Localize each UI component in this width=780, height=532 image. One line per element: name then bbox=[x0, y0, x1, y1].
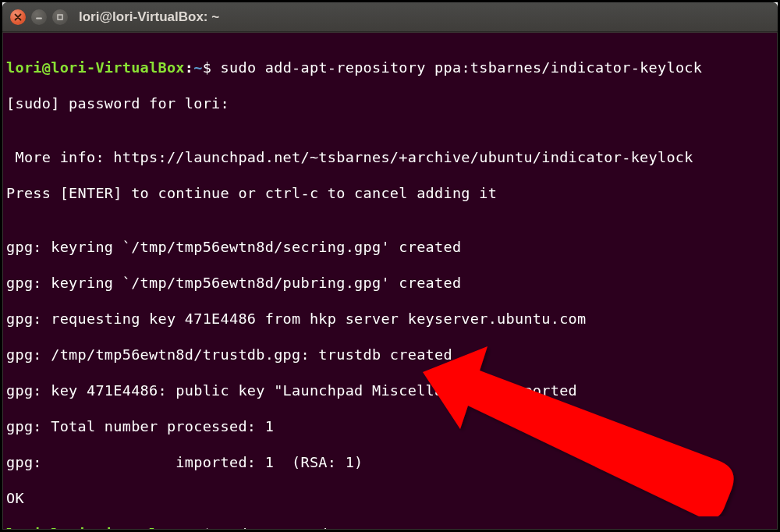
titlebar[interactable]: lori@lori-VirtualBox: ~ bbox=[2, 2, 778, 32]
output-line: gpg: imported: 1 (RSA: 1) bbox=[6, 453, 774, 471]
prompt-line-1: lori@lori-VirtualBox:~$ sudo add-apt-rep… bbox=[6, 59, 774, 76]
minimize-icon[interactable] bbox=[31, 9, 47, 25]
path: ~ bbox=[193, 59, 202, 76]
close-icon[interactable] bbox=[10, 9, 26, 25]
path: ~ bbox=[193, 526, 202, 530]
output-line: [sudo] password for lori: bbox=[6, 94, 774, 112]
user-host: lori@lori-VirtualBox bbox=[6, 526, 185, 530]
window-title: lori@lori-VirtualBox: ~ bbox=[79, 9, 219, 25]
output-line: More info: https://launchpad.net/~tsbarn… bbox=[6, 148, 774, 166]
output-line: gpg: Total number processed: 1 bbox=[6, 417, 774, 435]
terminal-body[interactable]: lori@lori-VirtualBox:~$ sudo add-apt-rep… bbox=[2, 32, 778, 530]
dollar: $ bbox=[203, 59, 211, 76]
colon: : bbox=[185, 526, 193, 530]
output-line: gpg: requesting key 471E4486 from hkp se… bbox=[6, 310, 774, 328]
output-line: gpg: keyring `/tmp/tmp56ewtn8d/pubring.g… bbox=[6, 274, 774, 292]
window-controls bbox=[2, 9, 68, 25]
dollar: $ bbox=[203, 526, 211, 530]
prompt-line-2: lori@lori-VirtualBox:~$ sudo apt update bbox=[6, 525, 774, 530]
output-line: gpg: keyring `/tmp/tmp56ewtn8d/secring.g… bbox=[6, 238, 774, 256]
colon: : bbox=[185, 59, 193, 76]
svg-rect-0 bbox=[58, 15, 62, 20]
command-1: sudo add-apt-repository ppa:tsbarnes/ind… bbox=[211, 59, 702, 76]
user-host: lori@lori-VirtualBox bbox=[6, 59, 185, 76]
command-2: sudo apt update bbox=[211, 526, 354, 530]
output-line: gpg: /tmp/tmp56ewtn8d/trustdb.gpg: trust… bbox=[6, 346, 774, 364]
output-line: gpg: key 471E4486: public key "Launchpad… bbox=[6, 381, 774, 399]
maximize-icon[interactable] bbox=[52, 9, 68, 25]
output-line: OK bbox=[6, 489, 774, 507]
output-line: Press [ENTER] to continue or ctrl-c to c… bbox=[6, 184, 774, 202]
